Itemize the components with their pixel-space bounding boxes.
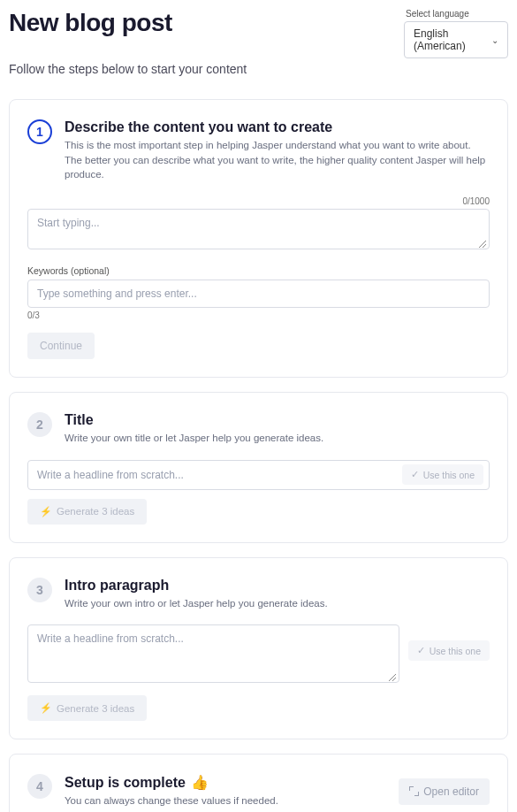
chevron-down-icon: ⌄ [491, 35, 498, 45]
language-select[interactable]: English (American) ⌄ [404, 21, 508, 58]
step-2-number: 2 [27, 412, 52, 437]
title-input[interactable] [37, 464, 402, 486]
intro-input[interactable] [27, 624, 399, 683]
bolt-icon: ⚡ [40, 702, 52, 714]
generate-title-ideas-button[interactable]: ⚡ Generate 3 ideas [27, 499, 147, 525]
continue-button[interactable]: Continue [27, 333, 95, 359]
step-1-card: 1 Describe the content you want to creat… [9, 99, 508, 378]
language-selected: English (American) [414, 27, 491, 52]
step-1-title: Describe the content you want to create [65, 119, 490, 135]
content-description-input[interactable] [27, 209, 490, 249]
step-4-title: Setup is complete [65, 775, 186, 791]
step-1-number: 1 [27, 119, 52, 144]
step-2-title: Title [65, 412, 323, 428]
keywords-counter: 0/3 [27, 310, 490, 320]
keywords-input[interactable] [27, 280, 490, 308]
open-editor-label: Open editor [423, 785, 479, 798]
step-2-desc: Write your own title or let Jasper help … [65, 431, 323, 446]
use-this-label: Use this one [423, 470, 475, 480]
expand-icon [409, 786, 419, 796]
language-label: Select language [404, 9, 508, 19]
step-3-card: 3 Intro paragraph Write your own intro o… [9, 557, 508, 740]
page-subtitle: Follow the steps below to start your con… [9, 62, 508, 76]
step-4-desc: You can always change these values if ne… [65, 793, 278, 808]
step-2-card: 2 Title Write your own title or let Jasp… [9, 392, 508, 543]
char-counter: 0/1000 [27, 196, 490, 206]
step-4-number: 4 [27, 774, 52, 799]
keywords-label: Keywords (optional) [27, 265, 490, 276]
step-3-title: Intro paragraph [65, 578, 328, 594]
use-this-title-button[interactable]: ✓ Use this one [402, 464, 483, 485]
generate-label: Generate 3 ideas [57, 703, 134, 714]
step-3-desc: Write your own intro or let Jasper help … [65, 596, 328, 611]
generate-intro-ideas-button[interactable]: ⚡ Generate 3 ideas [27, 695, 147, 721]
step-3-number: 3 [27, 578, 52, 602]
use-this-intro-button[interactable]: ✓ Use this one [408, 640, 490, 661]
step-1-desc: This is the most important step in helpi… [65, 138, 490, 182]
generate-label: Generate 3 ideas [57, 506, 134, 517]
page-title: New blog post [9, 9, 172, 37]
check-icon: ✓ [411, 469, 419, 480]
thumbs-up-icon: 👍 [191, 774, 209, 791]
use-this-label: Use this one [430, 646, 481, 656]
step-4-card: 4 Setup is complete 👍 You can always cha… [9, 754, 508, 812]
bolt-icon: ⚡ [40, 506, 52, 517]
open-editor-button[interactable]: Open editor [399, 778, 490, 805]
check-icon: ✓ [417, 645, 425, 656]
